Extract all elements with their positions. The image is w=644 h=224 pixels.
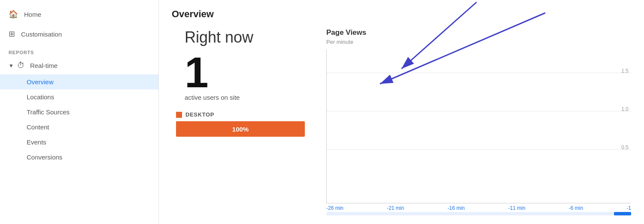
- active-users-count: 1: [185, 51, 209, 94]
- chart-y-label-3: 0.5: [621, 144, 629, 150]
- realtime-arrow-icon: ▼: [9, 63, 14, 69]
- chart-y-line-2: [327, 111, 631, 111]
- progress-bar-fill: 100%: [176, 121, 305, 137]
- chart-scrollbar[interactable]: [326, 212, 631, 215]
- chart-y-line-3: [327, 149, 631, 150]
- sidebar-home-label: Home: [24, 11, 41, 18]
- chart-x-label-1: -26 min: [326, 205, 343, 211]
- reports-section-label: REPORTS: [0, 44, 158, 57]
- device-label: DESKTOP: [176, 111, 305, 118]
- chart-subtitle: Per minute: [326, 39, 631, 45]
- sidebar-sub-item-conversions[interactable]: Conversions: [0, 150, 158, 165]
- realtime-clock-icon: ⏱: [17, 61, 25, 70]
- chart-x-label-4: -11 min: [508, 205, 526, 211]
- progress-bar: 100%: [176, 121, 305, 137]
- sidebar-sub-item-content[interactable]: Content: [0, 120, 158, 135]
- main-content: Overview Right now 1 active users on sit…: [159, 0, 644, 224]
- device-color-square: [176, 112, 182, 118]
- traffic-sources-label: Traffic Sources: [27, 108, 70, 116]
- sidebar-customisation-label: Customisation: [21, 31, 62, 38]
- chart-panel: Page Views Per minute 1.5 1.0 0.5 ▶ -26 …: [326, 28, 631, 215]
- device-name: DESKTOP: [185, 111, 214, 118]
- chart-x-label-3: -16 min: [447, 205, 465, 211]
- events-label: Events: [27, 138, 46, 146]
- chart-x-labels: -26 min -21 min -16 min -11 min -6 min -…: [326, 203, 631, 211]
- sidebar-sub-item-locations[interactable]: Locations: [0, 89, 158, 104]
- sidebar-sub-item-overview[interactable]: Overview: [0, 74, 158, 89]
- sidebar-item-customisation[interactable]: ⊞ Customisation: [0, 24, 158, 44]
- page-title: Overview: [172, 9, 631, 20]
- sidebar-sub-item-events[interactable]: Events: [0, 135, 158, 150]
- chart-y-line-1: [327, 73, 631, 73]
- overview-label: Overview: [27, 78, 54, 86]
- sidebar-realtime[interactable]: ▼ ⏱ Real-time: [0, 57, 158, 74]
- device-section: DESKTOP 100%: [172, 111, 309, 137]
- chart-title: Page Views: [326, 28, 631, 37]
- content-label: Content: [27, 123, 49, 131]
- chart-x-label-5: -6 min: [569, 205, 583, 211]
- sidebar: 🏠 Home ⊞ Customisation REPORTS ▼ ⏱ Real-…: [0, 0, 159, 224]
- active-users-label: active users on site: [185, 94, 240, 101]
- chart-scrollbar-thumb[interactable]: [614, 212, 631, 215]
- progress-bar-label: 100%: [232, 126, 249, 133]
- chart-area: 1.5 1.0 0.5 ▶: [326, 49, 631, 203]
- chart-y-label-1: 1.5: [621, 68, 629, 74]
- locations-label: Locations: [27, 93, 54, 101]
- customisation-icon: ⊞: [9, 29, 15, 39]
- home-icon: 🏠: [9, 9, 18, 19]
- sidebar-realtime-label: Real-time: [30, 62, 58, 69]
- left-panel: Right now 1 active users on site DESKTOP…: [172, 28, 309, 215]
- chart-x-label-6: -1: [626, 205, 631, 211]
- right-now-label: Right now: [185, 28, 253, 46]
- sidebar-sub-item-traffic-sources[interactable]: Traffic Sources: [0, 104, 158, 120]
- sidebar-item-home[interactable]: 🏠 Home: [0, 4, 158, 24]
- conversions-label: Conversions: [27, 153, 62, 161]
- chart-y-label-2: 1.0: [621, 106, 629, 112]
- content-area: Right now 1 active users on site DESKTOP…: [172, 28, 631, 215]
- chart-x-label-2: -21 min: [387, 205, 404, 211]
